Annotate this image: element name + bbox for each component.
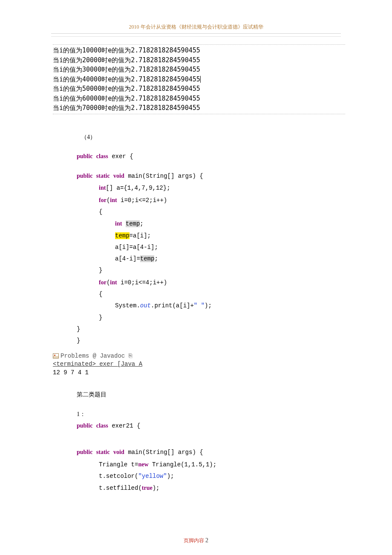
brace-close: } <box>77 326 80 332</box>
semicolon: ; <box>154 255 158 262</box>
output-line: 当i的值为50000时e的值为2.7182818284590455 <box>53 84 345 94</box>
keyword-int: int <box>110 197 117 203</box>
code-line: a[4-i]=temp; <box>77 253 345 265</box>
output-line: 当i的值为20000时e的值为2.7182818284590455 <box>53 55 345 65</box>
string-yellow: "yellow" <box>138 473 167 480</box>
page-footer: 页脚内容2 <box>0 537 392 544</box>
output-line: 当i的值为70000时e的值为2.7182818284590455 <box>53 103 345 113</box>
problems-icon <box>53 353 59 358</box>
keyword-public: public <box>77 173 92 179</box>
code-block-exer21: public class exer21 { <box>77 420 345 432</box>
terminated-label: <terminated> exer [Java A <box>53 360 345 369</box>
code-line: t.setcolor("yellow"); <box>77 471 345 482</box>
setfilled-pre: t.setfilled( <box>99 485 142 491</box>
program-output-box: 当i的值为10000时e的值为2.7182818284590455 当i的值为2… <box>53 44 345 114</box>
code-line: public static void main(String[] args) { <box>77 446 345 458</box>
sysout-mid: .print(a[i]+ <box>151 302 194 309</box>
string-space: " " <box>194 302 205 309</box>
keyword-public: public <box>77 449 92 455</box>
for-head: i=0;i<=4;i++) <box>117 279 167 286</box>
code-line: Triangle t=new Triangle(1,1.5,1); <box>77 459 345 471</box>
code-line: } <box>77 335 345 347</box>
code-line: } <box>77 265 345 276</box>
sysout-pre: System. <box>115 302 140 309</box>
var-temp: temp <box>140 255 155 262</box>
keyword-class: class <box>96 153 108 159</box>
section-4: （4） public class exer { public static vo… <box>77 131 345 347</box>
tri-pre: Triangle t= <box>99 461 138 468</box>
code-line: public static void main(String[] args) { <box>77 170 345 182</box>
footer-label: 页脚内容 <box>184 538 204 543</box>
setcolor-pre: t.setcolor( <box>99 473 138 480</box>
class-name: exer { <box>108 153 133 160</box>
code-line: int[] a={1,4,7,9,12}; <box>77 182 345 194</box>
code-line: System.out.print(a[i]+" "); <box>77 300 345 312</box>
keyword-void: void <box>113 173 124 179</box>
sysout-out: out <box>140 302 151 309</box>
array-decl: [] a={1,4,7,9,12}; <box>106 185 170 191</box>
brace-open: { <box>99 208 102 215</box>
sysout-post: ); <box>205 302 212 309</box>
keyword-new: new <box>138 461 148 468</box>
page-header: 2010 年会计从业资格《财经法规与会计职业道德》应试精华 <box>51 23 341 34</box>
section-2: 第二类题目 1： public class exer21 { public st… <box>77 389 345 494</box>
output-line: 当i的值为40000时e的值为2.7182818284590455 <box>53 75 345 84</box>
main-signature: main(String[] args) { <box>124 173 203 179</box>
keyword-public: public <box>77 422 92 429</box>
section-4-label: （4） <box>81 131 345 143</box>
section-2-title: 第二类题目 <box>77 389 345 400</box>
brace-close: } <box>99 314 102 321</box>
keyword-class: class <box>96 422 108 429</box>
console-output: 12 9 7 4 1 <box>53 369 345 377</box>
line-ai: a[i]=a[4-i]; <box>115 244 158 251</box>
setfilled-post: ); <box>153 485 160 491</box>
semicolon: ; <box>140 220 143 227</box>
brace-open: { <box>99 291 102 298</box>
code-line: } <box>77 324 345 335</box>
header-divider <box>51 36 341 37</box>
class-name: exer21 { <box>108 422 141 429</box>
keyword-void: void <box>113 449 124 455</box>
var-temp-hl: temp <box>115 232 130 239</box>
code-line: } <box>77 312 345 324</box>
code-line: for(int i=0;i<=2;i++) <box>77 194 345 206</box>
temp-assign: =a[i]; <box>130 232 151 239</box>
code-line: temp=a[i]; <box>77 230 345 242</box>
code-line: int temp; <box>77 218 345 230</box>
item-number: 1： <box>77 408 345 420</box>
keyword-for: for <box>99 279 107 286</box>
output-line: 当i的值为60000时e的值为2.7182818284590455 <box>53 94 345 104</box>
keyword-public: public <box>77 153 92 159</box>
space <box>122 220 125 227</box>
code-line: for(int i=0;i<=4;i++) <box>77 277 345 289</box>
console-tabs: Problems @ Javadoc ⎘ <box>53 352 345 361</box>
for-head: i=0;i<=2;i++) <box>117 197 167 204</box>
code-line: t.setfilled(true); <box>77 482 345 494</box>
code-line: { <box>77 206 345 218</box>
brace-close: } <box>77 337 80 344</box>
tabs-label: Problems @ Javadoc <box>61 353 129 359</box>
output-line: 当i的值为30000时e的值为2.7182818284590455 <box>53 65 345 75</box>
setcolor-post: ); <box>167 473 174 480</box>
code-line: { <box>77 289 345 300</box>
code-block-exer: public class exer { <box>77 150 345 162</box>
keyword-true: true <box>142 485 153 491</box>
code-line: a[i]=a[4-i]; <box>77 242 345 253</box>
tri-post: Triangle(1,1.5,1); <box>149 461 217 468</box>
document-page: 2010 年会计从业资格《财经法规与会计职业道德》应试精华 当i的值为10000… <box>0 0 392 555</box>
line-a4i-lhs: a[4-i]= <box>115 255 140 262</box>
footer-page-number: 2 <box>205 537 208 543</box>
var-temp: temp <box>126 220 140 227</box>
keyword-for: for <box>99 197 107 203</box>
keyword-int: int <box>99 185 106 191</box>
keyword-int: int <box>115 220 122 227</box>
output-line: 当i的值为10000时e的值为2.7182818284590455 <box>53 46 345 55</box>
brace-close: } <box>99 267 102 274</box>
console-panel: Problems @ Javadoc ⎘ <terminated> exer [… <box>53 352 345 377</box>
keyword-int: int <box>110 279 117 286</box>
keyword-static: static <box>96 173 110 179</box>
main-signature: main(String[] args) { <box>124 449 203 456</box>
keyword-static: static <box>96 449 110 455</box>
